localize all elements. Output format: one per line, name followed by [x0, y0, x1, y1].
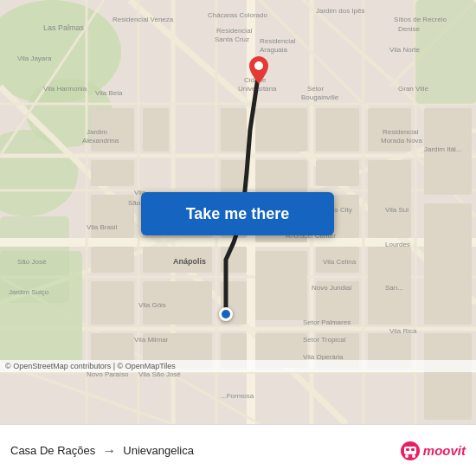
svg-rect-115 [411, 448, 415, 451]
svg-text:Setor Palmares: Setor Palmares [303, 318, 351, 326]
svg-text:...Formosa: ...Formosa [221, 392, 254, 400]
svg-text:Universitária: Universitária [238, 85, 277, 93]
svg-text:Morada Nova: Morada Nova [381, 137, 423, 145]
svg-rect-34 [316, 108, 359, 151]
svg-text:Vila Brasil: Vila Brasil [87, 223, 118, 231]
svg-text:Lourdes: Lourdes [385, 241, 410, 248]
svg-text:Jardim dos Ipês: Jardim dos Ipês [316, 7, 364, 15]
bottom-bar: Casa De Rações → Unievangelica moovit [0, 424, 476, 476]
destination-pin [249, 56, 268, 80]
svg-text:Residencial: Residencial [383, 128, 419, 136]
moovit-bus-icon [401, 441, 420, 460]
svg-text:Residencial: Residencial [260, 37, 296, 45]
take-me-there-button[interactable]: Take me there [141, 192, 334, 235]
moovit-logo: moovit [401, 441, 466, 460]
map-container: Las Palmas Residencial Veneza Chácaras C… [0, 0, 476, 424]
svg-text:Setor: Setor [307, 85, 324, 93]
svg-point-117 [412, 454, 415, 458]
copyright-text: © OpenStreetMap contributors | © OpenMap… [5, 362, 176, 370]
svg-text:Denise: Denise [398, 25, 420, 33]
svg-text:Chácaras Colorado: Chácaras Colorado [208, 11, 267, 19]
svg-text:Araguaia: Araguaia [260, 46, 288, 54]
svg-text:Residencial: Residencial [216, 27, 253, 35]
svg-rect-62 [424, 333, 472, 420]
route-to: Unievangelica [123, 444, 194, 457]
svg-rect-31 [91, 160, 134, 186]
svg-rect-36 [316, 160, 359, 186]
svg-rect-43 [91, 247, 134, 273]
svg-text:Gran Ville: Gran Ville [398, 85, 429, 93]
route-from: Casa De Rações [10, 444, 95, 457]
svg-rect-30 [143, 108, 169, 151]
svg-text:Vila Sul: Vila Sul [385, 206, 408, 214]
svg-text:Sítios de Recreio: Sítios de Recreio [394, 16, 447, 23]
moovit-brand-text: moovit [423, 443, 466, 458]
svg-rect-114 [406, 448, 409, 451]
svg-text:Anápolis: Anápolis [173, 257, 206, 266]
svg-rect-113 [404, 447, 416, 454]
svg-rect-45 [221, 247, 247, 273]
svg-point-116 [405, 454, 408, 458]
svg-text:Las Palmas: Las Palmas [43, 23, 85, 32]
svg-text:Bougainville: Bougainville [301, 93, 339, 101]
svg-rect-33 [255, 108, 307, 151]
svg-text:Vila Norte: Vila Norte [389, 46, 421, 54]
svg-text:Residencial Veneza: Residencial Veneza [113, 16, 174, 23]
svg-text:Alexandrina: Alexandrina [82, 137, 119, 145]
svg-rect-48 [91, 281, 134, 325]
svg-text:Vila Milmar: Vila Milmar [134, 336, 169, 344]
svg-text:Vila Harmonia: Vila Harmonia [43, 85, 87, 93]
svg-point-111 [254, 61, 263, 70]
svg-text:Jardim Itál...: Jardim Itál... [424, 145, 462, 153]
svg-text:Setor Tropical: Setor Tropical [303, 336, 346, 344]
svg-rect-63 [0, 251, 82, 363]
svg-text:Santa Cruz: Santa Cruz [215, 35, 249, 43]
svg-rect-42 [368, 160, 411, 238]
svg-text:Vila Jayara: Vila Jayara [17, 55, 52, 62]
svg-rect-32 [221, 108, 247, 151]
copyright-bar: © OpenStreetMap contributors | © OpenMap… [0, 360, 476, 372]
svg-text:Jardim Suiço: Jardim Suiço [9, 288, 49, 296]
svg-text:Novo Jundiaí: Novo Jundiaí [312, 284, 352, 292]
arrow-icon: → [102, 443, 116, 459]
svg-text:Vila Celina: Vila Celina [323, 258, 357, 266]
svg-rect-51 [255, 251, 307, 320]
origin-dot [219, 307, 233, 321]
svg-rect-40 [255, 160, 307, 195]
svg-text:San...: San... [385, 284, 403, 292]
svg-text:São José: São José [17, 258, 47, 266]
svg-text:Vila Rica: Vila Rica [389, 327, 417, 335]
svg-rect-61 [424, 203, 472, 325]
svg-text:Vila Bela: Vila Bela [95, 89, 123, 97]
svg-text:Jardim: Jardim [87, 128, 107, 136]
svg-text:Vila Góis: Vila Góis [138, 301, 166, 309]
